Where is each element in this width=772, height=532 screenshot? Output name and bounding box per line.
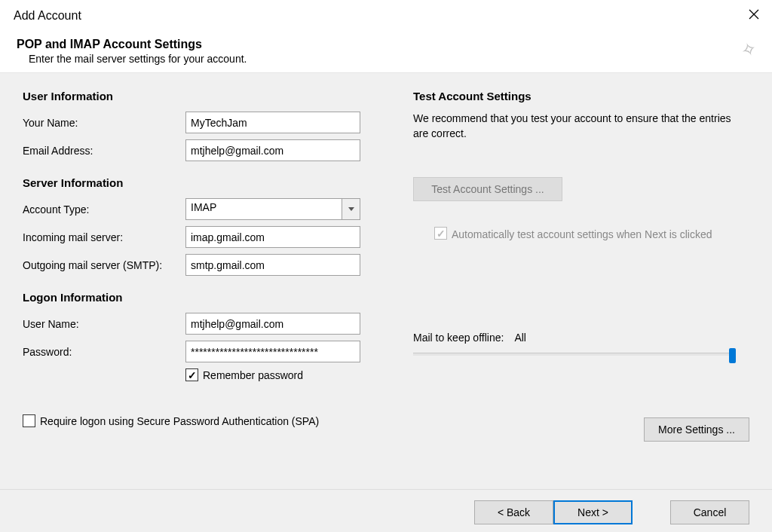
mail-offline-row: Mail to keep offline: All	[413, 332, 749, 344]
slider-bar	[413, 353, 733, 356]
account-type-select[interactable]: IMAP	[185, 198, 360, 220]
test-account-button[interactable]: Test Account Settings ...	[413, 177, 562, 201]
mail-offline-label: Mail to keep offline:	[413, 332, 504, 344]
spa-checkbox[interactable]	[23, 414, 35, 427]
window-title: Add Account	[14, 9, 81, 23]
outgoing-input[interactable]	[185, 254, 360, 276]
user-info-title: User Information	[23, 90, 362, 102]
email-row: Email Address:	[23, 139, 362, 161]
incoming-input[interactable]	[185, 226, 360, 248]
auto-test-label: Automatically test account settings when…	[452, 227, 712, 243]
left-column: User Information Your Name: Email Addres…	[23, 90, 362, 475]
close-icon	[748, 8, 760, 20]
close-button[interactable]	[746, 8, 761, 23]
test-settings-title: Test Account Settings	[413, 90, 749, 102]
more-settings-button[interactable]: More Settings ...	[644, 417, 749, 442]
auto-test-row: Automatically test account settings when…	[434, 227, 749, 243]
remember-password-row[interactable]: Remember password	[185, 368, 362, 381]
mail-offline-value: All	[514, 332, 526, 344]
title-bar: Add Account	[0, 0, 772, 32]
account-type-label: Account Type:	[23, 203, 185, 216]
spa-row[interactable]: Require logon using Secure Password Auth…	[23, 414, 362, 427]
spa-label: Require logon using Secure Password Auth…	[40, 415, 319, 427]
nav-buttons: < Back Next >	[474, 500, 633, 524]
cancel-button[interactable]: Cancel	[670, 500, 749, 524]
incoming-label: Incoming mail server:	[23, 231, 185, 243]
password-label: Password:	[23, 346, 185, 358]
right-column: Test Account Settings We recommend that …	[413, 90, 749, 475]
email-label: Email Address:	[23, 145, 185, 157]
chevron-down-icon	[342, 199, 360, 219]
remember-password-label: Remember password	[203, 369, 303, 381]
back-button[interactable]: < Back	[474, 500, 553, 524]
next-button[interactable]: Next >	[553, 500, 633, 524]
incoming-row: Incoming mail server:	[23, 226, 362, 248]
page-heading: POP and IMAP Account Settings	[17, 38, 772, 51]
account-type-row: Account Type: IMAP	[23, 198, 362, 220]
account-type-value: IMAP	[186, 199, 342, 219]
server-info-title: Server Information	[23, 176, 362, 189]
outgoing-label: Outgoing mail server (SMTP):	[23, 259, 185, 271]
page-subheading: Enter the mail server settings for your …	[29, 53, 772, 65]
outgoing-row: Outgoing mail server (SMTP):	[23, 254, 362, 276]
password-input[interactable]	[185, 341, 360, 362]
main-area: User Information Your Name: Email Addres…	[0, 73, 772, 489]
username-row: User Name:	[23, 313, 362, 335]
remember-password-checkbox[interactable]	[185, 368, 198, 381]
mail-offline-slider[interactable]	[413, 350, 733, 360]
slider-handle[interactable]	[729, 348, 736, 363]
your-name-label: Your Name:	[23, 117, 185, 129]
username-label: User Name:	[23, 318, 185, 330]
footer: < Back Next > Cancel	[0, 489, 772, 532]
username-input[interactable]	[185, 313, 360, 335]
auto-test-checkbox	[434, 227, 447, 240]
your-name-row: Your Name:	[23, 112, 362, 133]
logon-info-title: Logon Information	[23, 291, 362, 304]
password-row: Password:	[23, 341, 362, 362]
your-name-input[interactable]	[185, 112, 360, 133]
header-section: POP and IMAP Account Settings Enter the …	[0, 32, 772, 73]
email-input[interactable]	[185, 139, 360, 161]
test-help-text: We recommend that you test your account …	[413, 112, 745, 141]
